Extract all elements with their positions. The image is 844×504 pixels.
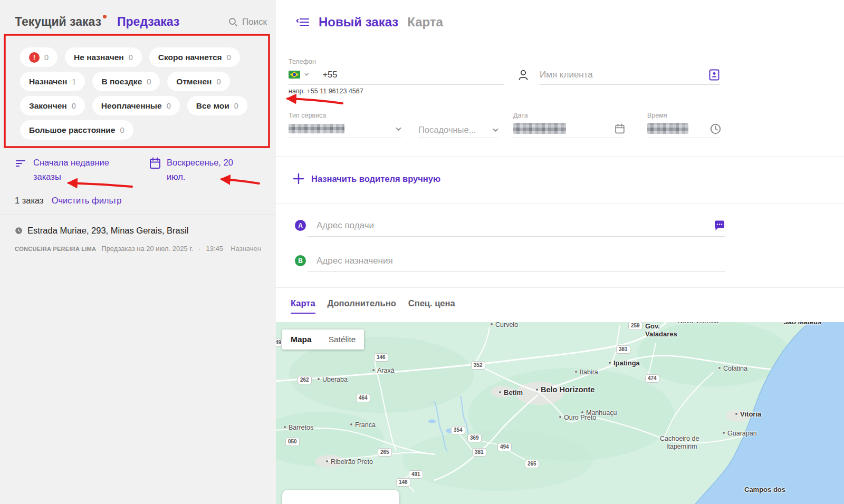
map-road-shield: 381 — [616, 345, 630, 354]
assign-driver-label: Назначить водителя вручную — [311, 174, 440, 184]
map-bottom-card[interactable] — [282, 490, 399, 504]
tab-current-order[interactable]: Текущий заказ — [15, 15, 101, 29]
tab-preorder[interactable]: Предзаказ — [117, 15, 179, 29]
phone-field: Телефон — [289, 58, 504, 85]
filter-chip-finished[interactable]: Закончен 0 — [20, 96, 85, 115]
chevron-down-icon[interactable] — [396, 127, 401, 131]
search-label: Поиск — [242, 17, 267, 27]
search-control[interactable]: Поиск — [228, 17, 267, 27]
address-comment-button[interactable] — [714, 220, 725, 231]
map-road-shield: 265 — [378, 448, 392, 457]
clock-icon — [15, 227, 23, 235]
map-city-label: Araxá — [372, 367, 395, 374]
orders-count: 1 заказ — [15, 196, 44, 206]
subtab-special-price[interactable]: Спец. цена — [408, 298, 455, 314]
filter-chip-assigned[interactable]: Назначен 1 — [20, 72, 85, 91]
sort-control[interactable]: Сначала недавние заказы — [15, 156, 122, 184]
date-filter-control[interactable]: Воскресенье, 20 июл. — [149, 156, 243, 184]
divider — [0, 215, 276, 215]
map-mode-button[interactable]: Mapa — [282, 329, 320, 350]
service-type-label: Тип сервиса — [289, 112, 401, 119]
map-road-shield: 494 — [497, 443, 512, 451]
filter-chip-in-trip[interactable]: В поездке 0 — [92, 72, 160, 91]
sidebar-tabs: Текущий заказ Предзаказ Поиск — [15, 15, 267, 29]
time-picker-button[interactable] — [710, 123, 721, 134]
notification-dot — [103, 15, 107, 18]
main-header: Новый заказ Карта — [296, 15, 443, 30]
filter-chip-all-mine[interactable]: Все мои 0 — [187, 96, 247, 115]
collapse-panel-button[interactable] — [296, 15, 310, 29]
map-road-shield: 262 — [298, 376, 312, 384]
map-city-label: São Mateus — [783, 322, 821, 326]
tab-preorder-label: Предзаказ — [117, 15, 179, 28]
chevron-down-icon[interactable] — [493, 128, 498, 132]
boarding-options-select[interactable]: Посадочные... — [418, 112, 498, 138]
divider — [276, 156, 844, 157]
tab-map[interactable]: Карта — [407, 15, 443, 30]
contact-card-icon — [708, 69, 720, 81]
country-flag-selector[interactable] — [289, 71, 300, 79]
tab-new-order[interactable]: Новый заказ — [319, 15, 398, 30]
order-list-item[interactable]: Estrada Muriae, 293, Minas Gerais, Brasi… — [0, 224, 276, 260]
service-type-select[interactable]: Тип сервиса — [289, 112, 401, 138]
clear-filter-link[interactable]: Очистить фильтр — [52, 196, 122, 206]
map-city-label: Ipatinga — [608, 359, 640, 367]
dropoff-address-field — [308, 250, 725, 272]
date-picker-button[interactable] — [615, 123, 625, 134]
map-type-controls: Mapa Satélite — [282, 329, 364, 350]
contacts-book-button[interactable] — [708, 69, 720, 81]
pickup-marker-a: A — [295, 220, 306, 231]
filter-chip-long-distance[interactable]: Большое расстояние 0 — [20, 120, 133, 140]
dispatcher-app: Текущий заказ Предзаказ Поиск ! 0 — [0, 0, 844, 504]
client-icon — [516, 67, 531, 82]
order-time: 13:45 — [206, 245, 224, 253]
date-filter-label: Воскресенье, 20 июл. — [167, 156, 243, 184]
assign-driver-link[interactable]: Назначить водителя вручную — [293, 173, 440, 185]
subtab-additional[interactable]: Дополнительно — [328, 298, 396, 314]
satellite-mode-button[interactable]: Satélite — [320, 329, 365, 350]
filter-chip-unassigned[interactable]: Не назначен 0 — [65, 47, 142, 67]
phone-input[interactable] — [322, 70, 504, 80]
service-type-value-redacted — [289, 124, 344, 133]
date-field[interactable]: Дата — [513, 112, 625, 138]
map-city-label: Betim — [498, 389, 523, 396]
pickup-address-input[interactable] — [308, 220, 709, 231]
map-city-label: Itapemirim — [666, 443, 697, 450]
subtab-map[interactable]: Карта — [291, 298, 315, 314]
time-field[interactable]: Время — [647, 112, 721, 138]
order-status-badge: Назначен — [231, 245, 261, 253]
map-city-label: Ouro Preto — [559, 414, 596, 421]
search-icon — [228, 17, 238, 27]
dropoff-marker-b: B — [295, 255, 306, 266]
chevron-down-icon[interactable] — [304, 73, 309, 76]
map-city-label: Ribeirão Preto — [325, 458, 373, 466]
divider — [276, 287, 844, 288]
time-label: Время — [647, 112, 721, 119]
filter-chip-alert[interactable]: ! 0 — [20, 47, 57, 67]
map-city-label: Belo Horizonte — [535, 385, 594, 394]
map-city-label: Vitória — [735, 410, 761, 418]
filter-chip-unpaid[interactable]: Неоплаченные 0 — [92, 96, 180, 115]
client-name-field — [540, 58, 720, 85]
map-city-label: Campos dos — [744, 486, 785, 493]
map-road-shield: 369 — [467, 434, 482, 442]
map-city-label: Cachoeiro de — [660, 435, 699, 442]
chat-bubble-icon — [714, 220, 725, 231]
map-city-label: Nova Venécia — [678, 322, 718, 325]
divider — [276, 203, 844, 203]
status-filter-chips: ! 0 Не назначен 0 Скоро начнется 0 Назна… — [20, 47, 257, 144]
client-name-input[interactable] — [540, 70, 704, 80]
order-client-name: CONCUEIRA PEREIRA LIMA — [15, 246, 96, 252]
map-road-shield: 146 — [396, 478, 410, 487]
detail-subtabs: Карта Дополнительно Спец. цена — [291, 298, 455, 314]
map-road-shield: 381 — [472, 448, 486, 457]
filter-chip-cancelled[interactable]: Отменен 0 — [167, 72, 229, 91]
new-order-panel: Новый заказ Карта Телефон напр. — [276, 0, 844, 504]
phone-hint: напр. +55 11 96123 4567 — [289, 88, 363, 95]
map-city-label: Itabira — [574, 369, 598, 376]
map-canvas[interactable]: Curvelo Gov. Valadares Nova Venécia São … — [276, 322, 844, 504]
dropoff-address-input[interactable] — [308, 256, 725, 266]
filter-chip-starting-soon[interactable]: Скоро начнется 0 — [149, 47, 240, 67]
boarding-placeholder: Посадочные... — [418, 125, 488, 135]
map-road-shield: 354 — [451, 426, 465, 434]
